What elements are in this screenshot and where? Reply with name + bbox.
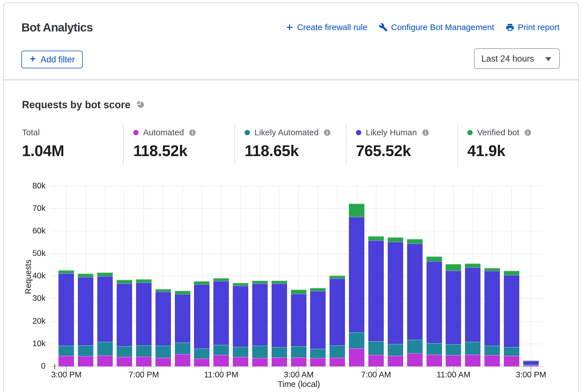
page-title: Bot Analytics: [21, 21, 93, 34]
chevron-down-icon: [545, 57, 551, 63]
configure-bot-management-label: Configure Bot Management: [391, 22, 494, 32]
likely-automated-dot: [245, 130, 250, 135]
stat-likely-automated-label: Likely Automated: [254, 128, 319, 137]
stat-automated: Automated 118.52k: [133, 124, 234, 160]
header-actions: Create firewall rule Configure Bot Manag…: [285, 22, 560, 32]
stat-total-label: Total: [22, 128, 40, 137]
stat-likely-human-label: Likely Human: [366, 128, 417, 137]
create-firewall-rule-label: Create firewall rule: [297, 22, 367, 32]
add-filter-button[interactable]: Add filter: [21, 51, 83, 68]
info-icon[interactable]: [324, 129, 331, 136]
stat-total-value: 1.04M: [22, 142, 123, 160]
section-heading: Requests by bot score: [22, 99, 144, 111]
stat-verified-bot: Verified bot 41.9k: [467, 124, 569, 160]
likely-human-dot: [356, 130, 361, 135]
stats-row: Total 1.04M Automated 118.52k Likely Aut…: [0, 124, 582, 166]
verified-bot-dot: [467, 130, 473, 135]
stat-likely-human: Likely Human 765.52k: [356, 124, 457, 160]
stat-verified-bot-value: 41.9k: [467, 142, 569, 160]
print-report-label: Print report: [518, 22, 560, 32]
plus-icon: [285, 23, 294, 31]
info-icon[interactable]: [422, 129, 429, 136]
stat-total: Total 1.04M: [22, 124, 123, 160]
automated-dot: [133, 130, 139, 135]
print-report-link[interactable]: Print report: [506, 22, 560, 32]
info-icon[interactable]: [189, 129, 196, 136]
add-filter-label: Add filter: [40, 55, 75, 65]
info-icon[interactable]: [524, 129, 531, 136]
wrench-icon: [379, 23, 388, 32]
stat-divider: [457, 125, 458, 165]
pie-chart-icon: [137, 101, 144, 109]
stat-automated-value: 118.52k: [133, 142, 234, 160]
stat-verified-bot-label: Verified bot: [477, 128, 519, 137]
header-divider: [3, 80, 579, 80]
section-heading-label: Requests by bot score: [22, 99, 130, 111]
stat-likely-automated-value: 118.65k: [245, 142, 346, 160]
stat-likely-automated: Likely Automated 118.65k: [245, 124, 346, 160]
stat-likely-human-value: 765.52k: [356, 142, 457, 160]
printer-icon: [506, 23, 515, 32]
stat-divider: [123, 125, 124, 165]
plus-icon: [29, 55, 37, 65]
stat-automated-label: Automated: [143, 128, 184, 137]
create-firewall-rule-link[interactable]: Create firewall rule: [285, 22, 367, 32]
time-range-select[interactable]: Last 24 hours: [474, 48, 560, 69]
configure-bot-management-link[interactable]: Configure Bot Management: [379, 22, 494, 32]
stat-divider: [234, 125, 235, 165]
stat-divider: [346, 125, 346, 165]
time-range-value: Last 24 hours: [481, 54, 534, 64]
